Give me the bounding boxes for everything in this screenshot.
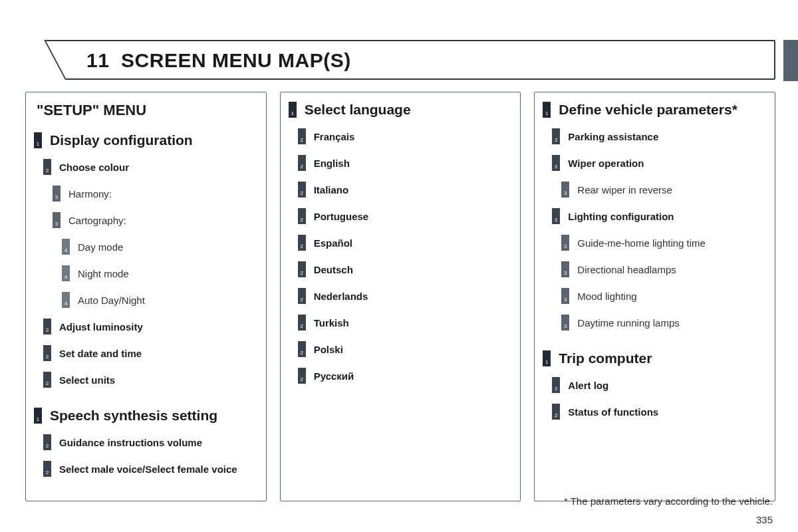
menu-item: 2Set date and time xyxy=(34,345,258,361)
menu-item-label: Lighting configuration xyxy=(560,211,674,222)
level-marker: 2 xyxy=(298,315,306,331)
level-marker: 1 xyxy=(289,102,297,118)
panel-setup-menu: "SETUP" MENU 1Display configuration2Choo… xyxy=(25,92,267,501)
menu-item: 2English xyxy=(289,155,513,171)
menu-item: 3Rear wiper in reverse xyxy=(543,182,767,198)
chapter-number: 11 xyxy=(86,49,109,71)
level-marker: 2 xyxy=(298,128,306,144)
level-marker: 2 xyxy=(43,434,51,450)
menu-item: 2Español xyxy=(289,235,513,251)
menu-item: 2Italiano xyxy=(289,182,513,198)
menu-item-label: Select language xyxy=(297,102,411,118)
level-marker: 2 xyxy=(552,155,560,171)
menu-item: 4Night mode xyxy=(34,265,258,281)
level-marker: 2 xyxy=(43,372,51,388)
level-marker: 3 xyxy=(561,261,569,277)
menu-item: 4Auto Day/Night xyxy=(34,292,258,308)
level-marker: 2 xyxy=(552,208,560,224)
menu-list: 1Select language2Français2English2Italia… xyxy=(289,102,513,394)
level-marker: 2 xyxy=(298,341,306,357)
menu-item-label: Turkish xyxy=(306,317,349,329)
level-marker: 1 xyxy=(34,132,42,148)
level-marker: 2 xyxy=(552,128,560,144)
menu-item-label: Trip computer xyxy=(551,350,652,366)
menu-item-label: Night mode xyxy=(70,268,129,279)
level-marker: 1 xyxy=(543,102,551,118)
panel-vehicle-parameters: 1Define vehicle parameters*2Parking assi… xyxy=(534,92,775,501)
menu-item-label: Set date and time xyxy=(51,348,142,359)
level-marker: 2 xyxy=(552,377,560,393)
menu-item-label: Wiper operation xyxy=(560,158,644,169)
menu-item: 2Parking assistance xyxy=(543,128,767,144)
menu-item-label: Speech synthesis setting xyxy=(42,408,217,424)
menu-item: 2Adjust luminosity xyxy=(34,319,258,334)
menu-item-label: Day mode xyxy=(70,241,123,253)
level-marker: 1 xyxy=(34,408,42,424)
menu-item-label: Define vehicle parameters* xyxy=(551,102,737,118)
menu-item-label: Select units xyxy=(51,374,115,386)
level-marker: 2 xyxy=(43,319,51,334)
level-marker: 3 xyxy=(561,182,569,198)
menu-item: 2Wiper operation xyxy=(543,155,767,171)
menu-item: 1Select language xyxy=(289,102,513,118)
menu-item: 1Define vehicle parameters* xyxy=(543,102,767,118)
menu-item-label: Deutsch xyxy=(306,264,353,275)
level-marker: 2 xyxy=(298,235,306,251)
menu-item: 2Guidance instructions volume xyxy=(34,434,258,450)
menu-item: 2Select male voice/Select female voice xyxy=(34,461,258,477)
menu-item: 2Choose colour xyxy=(34,159,258,175)
menu-item: 2Nederlands xyxy=(289,288,513,304)
menu-item: 3Guide-me-home lighting time xyxy=(543,235,767,251)
menu-item: 2Русский xyxy=(289,368,513,384)
menu-item-label: Alert log xyxy=(560,380,608,391)
page-edge-tab xyxy=(783,40,798,81)
level-marker: 4 xyxy=(62,265,70,281)
panel-title: "SETUP" MENU xyxy=(34,102,258,119)
menu-list: 1Define vehicle parameters*2Parking assi… xyxy=(543,102,767,430)
menu-item-label: Status of functions xyxy=(560,406,658,418)
level-marker: 3 xyxy=(561,315,569,331)
level-marker: 2 xyxy=(43,461,51,477)
menu-item-label: Portuguese xyxy=(306,211,369,222)
menu-item-label: Select male voice/Select female voice xyxy=(51,464,237,475)
menu-item-label: Español xyxy=(306,237,352,249)
level-marker: 3 xyxy=(561,235,569,251)
menu-item-label: Guide-me-home lighting time xyxy=(569,237,706,249)
level-marker: 3 xyxy=(53,212,61,228)
menu-item: 2Deutsch xyxy=(289,261,513,277)
menu-item: 2Select units xyxy=(34,372,258,388)
menu-item-label: Directional headlamps xyxy=(569,264,676,275)
columns: "SETUP" MENU 1Display configuration2Choo… xyxy=(25,92,775,501)
level-marker: 4 xyxy=(62,239,70,255)
footnote: * The parameters vary according to the v… xyxy=(564,495,773,507)
menu-item-label: Français xyxy=(306,131,355,142)
menu-item-label: Rear wiper in reverse xyxy=(569,184,672,196)
menu-item-label: Adjust luminosity xyxy=(51,321,143,332)
menu-item: 3Mood lighting xyxy=(543,288,767,304)
menu-item-label: Cartography: xyxy=(61,215,126,226)
level-marker: 2 xyxy=(298,261,306,277)
menu-item: 2Français xyxy=(289,128,513,144)
level-marker: 2 xyxy=(43,345,51,361)
level-marker: 4 xyxy=(62,292,70,308)
level-marker: 2 xyxy=(298,155,306,171)
menu-item: 2Polski xyxy=(289,341,513,357)
menu-item-label: Parking assistance xyxy=(560,131,658,142)
menu-item: 4Day mode xyxy=(34,239,258,255)
menu-item: 3Directional headlamps xyxy=(543,261,767,277)
page-number: 335 xyxy=(756,514,773,525)
menu-item: 3Cartography: xyxy=(34,212,258,228)
chapter-title-bar: 11 SCREEN MENU MAP(S) xyxy=(25,40,775,80)
menu-item: 1Speech synthesis setting xyxy=(34,408,258,424)
level-marker: 1 xyxy=(543,350,551,366)
chapter-title-text: SCREEN MENU MAP(S) xyxy=(121,49,351,71)
menu-item-label: Harmony: xyxy=(61,188,112,200)
menu-item-label: Auto Day/Night xyxy=(70,295,145,306)
level-marker: 2 xyxy=(43,159,51,175)
level-marker: 3 xyxy=(53,186,61,201)
level-marker: 2 xyxy=(298,288,306,304)
menu-item: 3Daytime running lamps xyxy=(543,315,767,331)
level-marker: 3 xyxy=(561,288,569,304)
menu-item-label: Display configuration xyxy=(42,132,193,148)
menu-item-label: Italiano xyxy=(306,184,349,196)
